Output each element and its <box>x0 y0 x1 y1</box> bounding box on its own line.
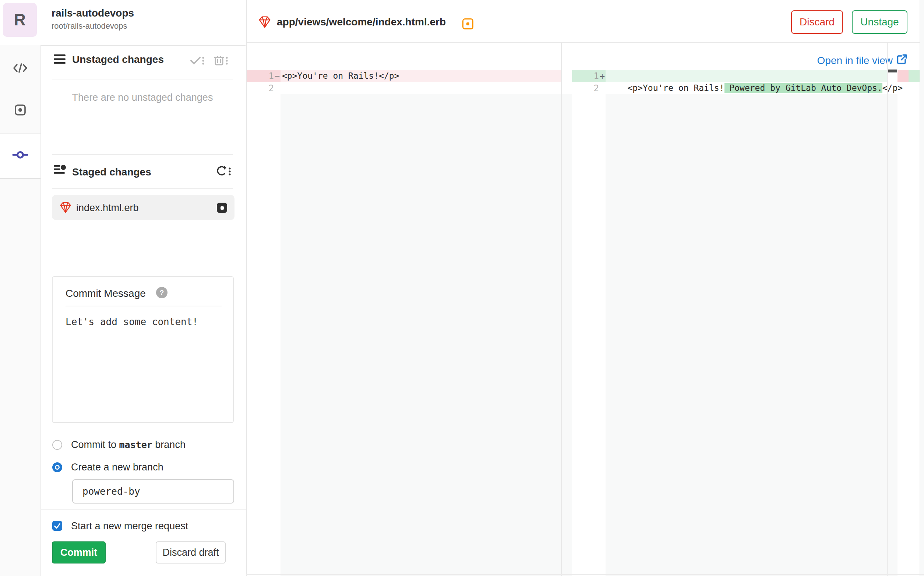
inserted-text: Powered by GitLab Auto DevOps. <box>725 83 882 93</box>
label-text: branch <box>152 439 186 450</box>
divider <box>66 306 221 306</box>
ruler-removed-mark <box>897 70 908 82</box>
menu-icon <box>54 54 66 66</box>
line-number: 1 <box>269 71 274 81</box>
project-avatar[interactable]: R <box>3 3 37 37</box>
commit-message-text[interactable]: Let's add some content! <box>66 316 198 327</box>
divider <box>52 188 233 189</box>
staged-section-title: Staged changes <box>72 166 151 178</box>
activity-bar <box>0 45 40 576</box>
commit-to-master-label: Commit to master branch <box>71 440 186 450</box>
added-sign: + <box>599 71 606 81</box>
code-text: </p> <box>882 83 903 93</box>
code-text: <p>You're on Rails! <box>627 83 724 93</box>
unstaged-section-title: Unstaged changes <box>72 54 164 66</box>
merge-request-checkbox[interactable] <box>52 521 62 531</box>
open-in-file-view-label: Open in file view <box>817 55 893 67</box>
divider <box>52 79 233 80</box>
ruler-added-mark <box>908 70 919 82</box>
added-code-line[interactable]: <p>You're on Rails! Powered by GitLab Au… <box>606 70 887 82</box>
right-scrollbar-track[interactable] <box>888 94 897 576</box>
left-pane-background <box>281 94 561 576</box>
divider <box>246 574 924 575</box>
divider <box>40 509 246 510</box>
branch-name-input[interactable]: powered-by <box>72 479 234 504</box>
left-gutter-line-1: 1 − <box>247 70 281 82</box>
commit-icon <box>12 149 28 162</box>
help-icon[interactable]: ? <box>156 287 167 298</box>
radio-commit-to-master[interactable] <box>52 440 62 450</box>
right-gutter-line-1: 1 + <box>572 70 606 82</box>
sidebar-item-commit[interactable] <box>0 133 40 179</box>
review-icon <box>14 104 26 117</box>
scrollbar-slider[interactable] <box>888 69 897 72</box>
sidebar-item-review[interactable] <box>0 104 40 117</box>
unstage-all-undo-icon[interactable] <box>215 165 232 179</box>
master-branch-name: master <box>119 440 152 450</box>
staged-list-icon <box>54 165 67 177</box>
project-name: rails-autodevops <box>51 7 134 19</box>
removed-code-line[interactable]: <p>You're on Rails!</p> <box>281 70 561 82</box>
left-scrollbar-track[interactable] <box>562 94 572 576</box>
create-new-branch-label: Create a new branch <box>71 462 164 473</box>
commit-button[interactable]: Commit <box>52 541 106 563</box>
staged-file-name: index.html.erb <box>76 202 139 214</box>
line-number: 1 <box>594 71 599 81</box>
open-in-file-view-link[interactable]: Open in file view <box>817 54 908 67</box>
staged-modified-badge <box>217 203 227 213</box>
unstaged-empty-message: There are no unstaged changes <box>52 92 233 103</box>
right-gutter-line-2: 2 <box>572 82 606 94</box>
commit-message-label: Commit Message <box>66 288 146 299</box>
project-path: root/rails-autodevops <box>51 21 127 31</box>
radio-create-new-branch[interactable] <box>52 462 62 472</box>
unstage-button[interactable]: Unstage <box>852 10 908 34</box>
ruby-file-icon <box>258 15 272 30</box>
divider <box>246 42 924 43</box>
removed-sign: − <box>274 71 281 81</box>
code-icon <box>13 63 27 74</box>
line-number: 2 <box>594 83 599 93</box>
label-text: Commit to <box>71 439 119 450</box>
modified-file-badge <box>462 18 473 29</box>
merge-request-label: Start a new merge request <box>71 521 188 531</box>
discard-button[interactable]: Discard <box>791 10 843 34</box>
ruby-file-icon <box>59 201 72 216</box>
line-number: 2 <box>269 83 274 93</box>
edge-gutter <box>920 0 924 576</box>
gitlab-web-ide: R rails-autodevops <box>0 0 924 576</box>
right-pane-background <box>606 94 887 576</box>
sidebar-item-edit[interactable] <box>0 61 40 76</box>
discard-draft-button[interactable]: Discard draft <box>156 541 226 563</box>
check-icon <box>53 522 61 530</box>
stage-all-button[interactable] <box>190 55 206 68</box>
file-path-title: app/views/welcome/index.html.erb <box>277 16 446 28</box>
left-gutter-line-2: 2 <box>247 82 281 94</box>
discard-all-trash-icon[interactable] <box>213 54 230 68</box>
divider <box>52 154 233 155</box>
external-link-icon <box>897 54 908 67</box>
